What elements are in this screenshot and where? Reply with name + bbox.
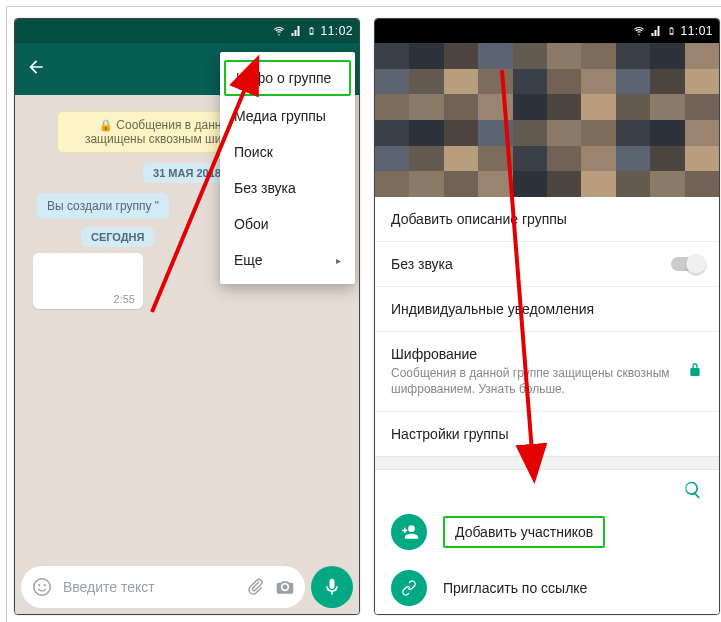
link-icon (391, 570, 427, 606)
chevron-right-icon: ▸ (336, 255, 341, 266)
menu-item-more[interactable]: Еще▸ (220, 242, 355, 278)
row-custom-notifications[interactable]: Индивидуальные уведомления (375, 287, 719, 332)
row-invite-link[interactable]: Пригласить по ссылке (375, 560, 719, 614)
svg-point-1 (38, 584, 40, 586)
row-add-description[interactable]: Добавить описание группы (375, 197, 719, 242)
wifi-icon (272, 25, 286, 37)
menu-item-mute[interactable]: Без звука (220, 170, 355, 206)
group-header-image[interactable] (375, 43, 719, 197)
status-bar: 11:02 (15, 19, 359, 43)
add-person-icon (391, 514, 427, 550)
message-input[interactable]: Введите текст (63, 579, 235, 595)
row-group-settings[interactable]: Настройки группы (375, 412, 719, 456)
attach-icon[interactable] (245, 577, 265, 597)
clock-text: 11:02 (320, 24, 353, 38)
add-participants-label: Добавить участников (443, 516, 605, 548)
row-encryption[interactable]: Шифрование Сообщения в данной группе защ… (375, 332, 719, 412)
menu-item-group-media[interactable]: Медиа группы (220, 98, 355, 134)
status-bar: 11:01 (375, 19, 719, 43)
message-composer: Введите текст (15, 560, 359, 614)
battery-icon (307, 24, 316, 38)
svg-point-0 (34, 579, 51, 596)
arrow-left-icon (26, 57, 46, 77)
row-add-participants[interactable]: Добавить участников (375, 504, 719, 560)
message-time: 2:55 (114, 293, 135, 305)
wifi-icon (632, 25, 646, 37)
emoji-icon[interactable] (31, 576, 53, 598)
group-settings-list: Добавить описание группы Без звука Индив… (375, 197, 719, 614)
signal-icon (290, 25, 303, 37)
battery-icon (667, 24, 676, 38)
overflow-menu: Инфо о группе Медиа группы Поиск Без зву… (220, 52, 355, 284)
mute-toggle[interactable] (671, 257, 703, 271)
svg-point-2 (44, 584, 46, 586)
search-icon[interactable] (683, 480, 703, 500)
message-bubble[interactable]: 2:55 (33, 253, 143, 309)
message-input-box[interactable]: Введите текст (21, 566, 305, 608)
screenshot-group-info-screen: 11:01 Добавить описание группы Без звука… (374, 18, 720, 615)
date-separator-today: СЕГОДНЯ (81, 227, 154, 247)
back-button[interactable] (21, 57, 51, 82)
signal-icon (650, 25, 663, 37)
menu-item-wallpaper[interactable]: Обои (220, 206, 355, 242)
section-gap (375, 456, 719, 470)
group-created-chip: Вы создали группу " (37, 193, 169, 219)
date-separator: 31 МАЯ 2018 (143, 163, 231, 183)
participants-search-row (375, 470, 719, 504)
mic-button[interactable] (311, 566, 353, 608)
clock-text: 11:01 (680, 24, 713, 38)
camera-icon[interactable] (275, 577, 295, 597)
lock-icon: 🔒 (99, 119, 113, 131)
row-mute[interactable]: Без звука (375, 242, 719, 287)
menu-item-search[interactable]: Поиск (220, 134, 355, 170)
mic-icon (322, 577, 342, 597)
screenshot-chat-screen: 11:02 🔒Сообщения в данной группе защищен… (14, 18, 360, 615)
menu-item-group-info[interactable]: Инфо о группе (224, 60, 351, 96)
lock-icon (687, 362, 703, 381)
